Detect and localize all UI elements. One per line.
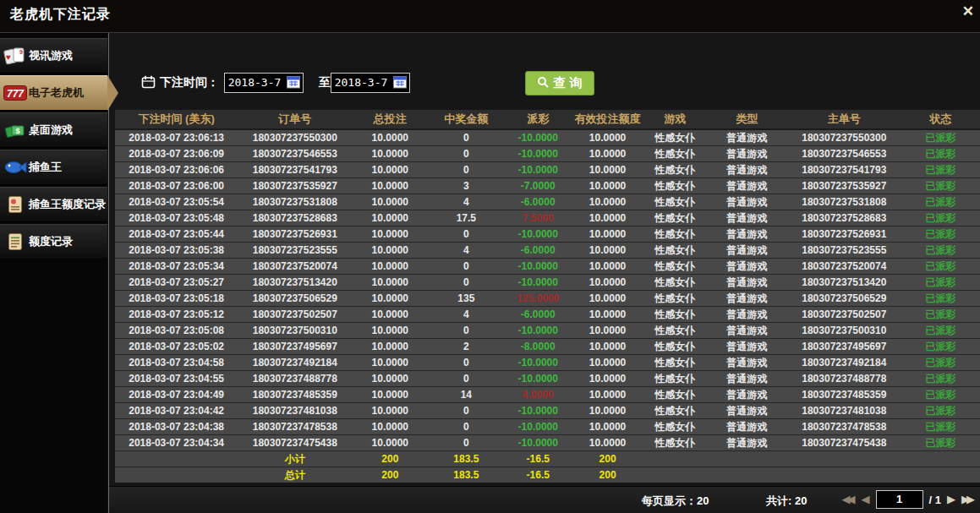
cell-total-bet: 10.0000 xyxy=(352,371,428,387)
cell-bet-time: 2018-03-07 23:05:44 xyxy=(115,226,238,243)
search-button[interactable]: 查 询 xyxy=(525,71,594,96)
cell-payout: -10.0000 xyxy=(504,403,572,419)
cell-payout: -10.0000 xyxy=(504,355,572,371)
cell-win-amount: 0 xyxy=(428,419,504,435)
cell-type: 普通游戏 xyxy=(707,210,787,226)
cell-order-no: 180307237528683 xyxy=(238,210,352,226)
sidebar-item-video-games[interactable]: 9 ♥ 视讯游戏 xyxy=(0,38,107,74)
cell-total-bet: 10.0000 xyxy=(352,419,428,435)
cell-status: 已派彩 xyxy=(901,178,980,194)
cell-game: 性感女仆 xyxy=(643,210,707,226)
cell-order-no: 180307237495697 xyxy=(238,339,352,355)
sidebar-item-table-games[interactable]: $ 桌面游戏 xyxy=(0,112,107,148)
cell-master-order-no: 180307237526931 xyxy=(787,226,901,243)
cell-type: 普通游戏 xyxy=(707,275,787,291)
sidebar-item-label: 额度记录 xyxy=(29,234,73,249)
fishing-quota-record-icon xyxy=(2,195,29,214)
date-range-to-label: 至 xyxy=(319,75,331,90)
date-to-calendar-icon[interactable] xyxy=(393,75,408,90)
cell-game: 性感女仆 xyxy=(643,355,707,371)
close-icon[interactable]: ✕ xyxy=(962,4,974,19)
column-header-valid-bet: 有效投注额度 xyxy=(572,110,643,129)
cell-payout: -7.0000 xyxy=(504,178,572,194)
sidebar-item-slot-machine[interactable]: 777 电子老虎机 xyxy=(0,75,107,111)
cell-win-amount: 0 xyxy=(428,259,504,275)
per-page-label: 每页显示： xyxy=(642,494,697,507)
cell-master-order-no: 180307237546553 xyxy=(787,146,901,162)
cell-order-no: 180307237523555 xyxy=(238,243,352,259)
cell-valid-bet: 10.0000 xyxy=(572,259,643,275)
previous-page-icon[interactable]: ◀ xyxy=(862,491,870,508)
cell-payout: -10.0000 xyxy=(504,323,572,339)
main-content: 下注时间： 2018-3-7 至 2018-3-7 xyxy=(108,33,980,513)
date-from-input[interactable]: 2018-3-7 xyxy=(224,73,304,93)
cell-valid-bet: 10.0000 xyxy=(572,129,643,146)
cell-master-order-no: 180307237502507 xyxy=(787,307,901,323)
cell-total-bet: 10.0000 xyxy=(352,194,428,210)
table-row: 2018-03-07 23:04:4918030723748535910.000… xyxy=(115,387,980,403)
cell-status: 已派彩 xyxy=(901,387,980,403)
next-page-icon[interactable]: ▶ xyxy=(947,491,955,508)
cell-status: 已派彩 xyxy=(901,275,980,291)
cell-payout: 4.0000 xyxy=(504,387,572,403)
title-bar: 老虎机下注记录 ✕ xyxy=(0,0,980,33)
cell-valid-bet: 10.0000 xyxy=(572,178,643,194)
cell-game: 性感女仆 xyxy=(643,307,707,323)
cell-total-bet: 10.0000 xyxy=(352,355,428,371)
total-count-value: 20 xyxy=(795,494,807,507)
cell-status: 已派彩 xyxy=(901,403,980,419)
table-row: 2018-03-07 23:04:3818030723747853810.000… xyxy=(115,419,980,435)
cell-bet-time: 2018-03-07 23:06:13 xyxy=(115,129,238,146)
cell-master-order-no: 180307237475438 xyxy=(787,435,901,451)
cell-order-no: 180307237531808 xyxy=(238,194,352,210)
cell-game: 性感女仆 xyxy=(643,419,707,435)
cell-valid-bet: 10.0000 xyxy=(572,419,643,435)
cell-master-order-no xyxy=(787,467,901,483)
cell-valid-bet: 10.0000 xyxy=(572,307,643,323)
cell-status: 已派彩 xyxy=(901,371,980,387)
date-from-calendar-icon[interactable] xyxy=(287,75,301,90)
page-number-input[interactable]: 1 xyxy=(876,490,923,509)
cell-status: 已派彩 xyxy=(901,435,980,451)
cell-type: 普通游戏 xyxy=(707,339,787,355)
date-to-input[interactable]: 2018-3-7 xyxy=(331,73,410,93)
column-header-master-order-no: 主单号 xyxy=(787,110,901,129)
cell-valid-bet: 10.0000 xyxy=(572,275,643,291)
cell-valid-bet: 200 xyxy=(572,451,643,467)
cell-status: 已派彩 xyxy=(901,194,980,210)
cell-status: 已派彩 xyxy=(901,339,980,355)
cell-total-bet: 10.0000 xyxy=(352,243,428,259)
column-header-bet-time: 下注时间 (美东) xyxy=(115,110,238,129)
last-page-icon[interactable]: ▶▶ xyxy=(961,491,975,508)
cell-game: 性感女仆 xyxy=(643,435,707,451)
cell-bet-time: 2018-03-07 23:05:54 xyxy=(115,194,238,210)
sidebar-item-fishing-king[interactable]: 捕鱼王 xyxy=(0,150,107,185)
svg-text:777: 777 xyxy=(7,88,25,100)
cell-order-no: 180307237513420 xyxy=(238,275,352,291)
sidebar-item-fishing-quota-record[interactable]: 捕鱼王额度记录 xyxy=(0,187,107,222)
page-navigation: ◀◀ ◀ 1 / 1 ▶ ▶▶ xyxy=(842,490,975,509)
cell-bet-time: 2018-03-07 23:05:12 xyxy=(115,307,238,323)
cell-status: 已派彩 xyxy=(901,355,980,371)
first-page-icon[interactable]: ◀◀ xyxy=(842,491,856,508)
cell-type: 普通游戏 xyxy=(707,435,787,451)
sidebar-item-quota-record[interactable]: 额度记录 xyxy=(0,224,107,259)
cell-type: 普通游戏 xyxy=(707,178,787,194)
cell-payout: -10.0000 xyxy=(504,129,572,146)
table-row: 2018-03-07 23:05:2718030723751342010.000… xyxy=(115,275,980,291)
cell-type: 普通游戏 xyxy=(707,355,787,371)
cell-type: 普通游戏 xyxy=(707,162,787,178)
cell-win-amount: 135 xyxy=(428,291,504,307)
cell-type: 普通游戏 xyxy=(707,291,787,307)
cell-type xyxy=(707,451,787,467)
search-icon xyxy=(537,76,550,91)
quota-record-icon xyxy=(2,232,29,251)
cell-valid-bet: 10.0000 xyxy=(572,323,643,339)
cell-master-order-no: 180307237495697 xyxy=(787,339,901,355)
cell-type: 普通游戏 xyxy=(707,243,787,259)
cell-master-order-no: 180307237531808 xyxy=(787,194,901,210)
summary-row: 总计200183.5-16.5200 xyxy=(115,467,980,483)
cell-bet-time: 2018-03-07 23:05:18 xyxy=(115,291,238,307)
cell-win-amount: 0 xyxy=(428,146,504,162)
sidebar: 9 ♥ 视讯游戏 777 电子老虎机 $ 桌面游戏 xyxy=(0,33,107,513)
